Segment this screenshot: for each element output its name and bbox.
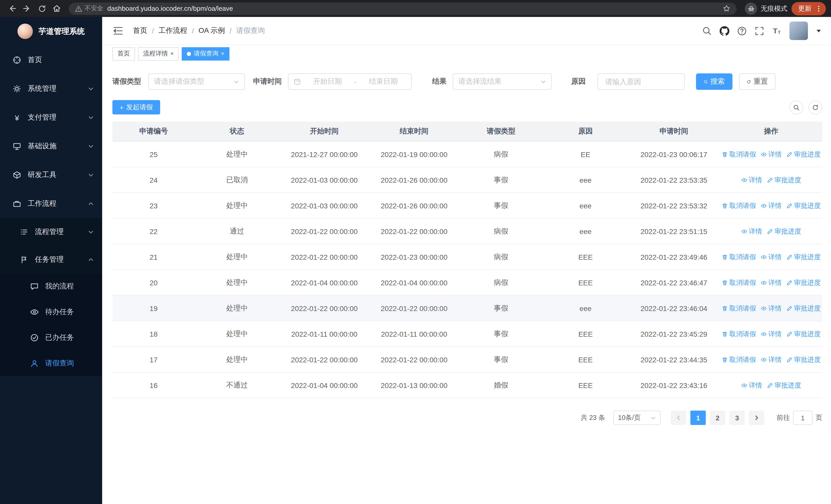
- next-page-button[interactable]: [749, 411, 764, 425]
- page-size-select[interactable]: 10条/页: [613, 411, 661, 425]
- table-cell: 19: [112, 304, 195, 312]
- cancel-leave-link[interactable]: 取消请假: [722, 278, 756, 287]
- home-button[interactable]: [50, 2, 64, 16]
- breadcrumb-item[interactable]: 工作流程: [159, 26, 188, 35]
- detail-link[interactable]: 详情: [761, 355, 782, 364]
- back-button[interactable]: [5, 2, 19, 16]
- tab-process-detail[interactable]: 流程详情 ×: [138, 47, 179, 60]
- detail-link[interactable]: 详情: [761, 252, 782, 262]
- sidebar-item-my-processes[interactable]: 我的流程: [0, 273, 102, 299]
- audit-progress-link[interactable]: 审批进度: [786, 304, 821, 313]
- detail-link[interactable]: 详情: [761, 329, 782, 338]
- audit-progress-link[interactable]: 审批进度: [786, 252, 821, 262]
- detail-link[interactable]: 详情: [761, 201, 782, 210]
- table-cell: 2022-01-04 00:00:00: [369, 278, 459, 287]
- collapse-sidebar-icon[interactable]: [112, 25, 124, 36]
- cancel-leave-link[interactable]: 取消请假: [722, 304, 756, 313]
- sidebar-item-payment[interactable]: ¥ 支付管理: [0, 103, 102, 132]
- url-bar[interactable]: 不安全 dashboard.yudao.iocoder.cn/bpm/oa/le…: [69, 2, 737, 14]
- page-number-button[interactable]: 1: [690, 411, 706, 425]
- breadcrumb-item[interactable]: 首页: [133, 26, 147, 35]
- sidebar-item-home[interactable]: 首页: [0, 46, 102, 75]
- user-avatar[interactable]: [790, 22, 808, 40]
- refresh-table-button[interactable]: [808, 100, 822, 114]
- row-actions: 取消请假详情审批进度: [720, 201, 822, 210]
- apply-time-range-picker[interactable]: 开始日期 - 结束日期: [288, 73, 412, 90]
- sidebar-item-system[interactable]: 系统管理: [0, 75, 102, 103]
- app-logo[interactable]: 芋道管理系统: [0, 17, 102, 46]
- prev-page-button[interactable]: [671, 411, 686, 425]
- sidebar-item-workflow[interactable]: 工作流程: [0, 189, 102, 218]
- reload-button[interactable]: [35, 2, 49, 16]
- audit-progress-link[interactable]: 审批进度: [786, 329, 821, 338]
- close-tab-icon[interactable]: ×: [170, 51, 174, 56]
- audit-progress-link[interactable]: 审批进度: [767, 227, 801, 236]
- tab-leave-query[interactable]: 请假查询 ×: [182, 47, 229, 60]
- cancel-leave-link[interactable]: 取消请假: [722, 252, 756, 262]
- audit-progress-link[interactable]: 审批进度: [786, 150, 821, 159]
- sidebar-item-todo-tasks[interactable]: 待办任务: [0, 299, 102, 325]
- create-leave-button[interactable]: + 发起请假: [112, 100, 160, 114]
- cancel-leave-link[interactable]: 取消请假: [722, 355, 756, 364]
- sidebar-item-dev-tools[interactable]: 研发工具: [0, 161, 102, 189]
- reason-input[interactable]: [604, 77, 678, 86]
- yen-icon: ¥: [12, 113, 22, 122]
- table-cell: 2022-01-23 00:00:00: [369, 253, 459, 261]
- sidebar-item-task-management[interactable]: 任务管理: [0, 246, 102, 273]
- app-title: 芋道管理系统: [38, 26, 85, 36]
- detail-link[interactable]: 详情: [761, 150, 782, 159]
- audit-progress-link[interactable]: 审批进度: [786, 201, 821, 210]
- font-size-icon[interactable]: TT: [772, 26, 782, 36]
- forward-arrow-icon: [23, 4, 31, 13]
- audit-progress-link[interactable]: 审批进度: [767, 381, 801, 390]
- detail-link[interactable]: 详情: [741, 227, 762, 236]
- forward-button[interactable]: [20, 2, 34, 16]
- sidebar-item-leave-query[interactable]: 请假查询: [0, 351, 102, 376]
- sidebar-item-label: 待办任务: [45, 307, 74, 317]
- user-menu-caret-icon[interactable]: [816, 30, 821, 32]
- table-cell: 20: [112, 278, 195, 287]
- goto-page-input[interactable]: [793, 411, 812, 425]
- table-cell: EEE: [543, 355, 628, 364]
- github-icon[interactable]: [720, 26, 729, 36]
- detail-link[interactable]: 详情: [761, 304, 782, 313]
- search-button[interactable]: 搜索: [696, 73, 733, 90]
- audit-progress-link[interactable]: 审批进度: [767, 175, 801, 184]
- sidebar-item-infrastructure[interactable]: 基础设施: [0, 132, 102, 161]
- sidebar-item-done-tasks[interactable]: 已办任务: [0, 325, 102, 351]
- cancel-leave-link[interactable]: 取消请假: [722, 150, 756, 159]
- browser-update-button[interactable]: 更新: [792, 2, 826, 15]
- chevron-down-icon: [88, 86, 94, 92]
- sidebar-item-process-management[interactable]: 流程管理: [0, 218, 102, 246]
- detail-link[interactable]: 详情: [741, 175, 762, 184]
- close-tab-icon[interactable]: ×: [221, 51, 224, 56]
- url-text[interactable]: dashboard.yudao.iocoder.cn/bpm/oa/leave: [107, 5, 719, 12]
- audit-progress-link[interactable]: 审批进度: [786, 278, 821, 287]
- tab-home[interactable]: 首页: [112, 47, 135, 60]
- bookmark-star-icon[interactable]: [723, 5, 730, 12]
- cancel-leave-link[interactable]: 取消请假: [722, 201, 756, 210]
- page-number-button[interactable]: 3: [729, 411, 745, 425]
- plus-icon: +: [120, 103, 123, 111]
- column-header: 请假类型: [459, 127, 543, 136]
- svg-text:T: T: [773, 27, 777, 35]
- help-icon[interactable]: [737, 26, 747, 36]
- page-number-button[interactable]: 2: [710, 411, 725, 425]
- detail-link[interactable]: 详情: [741, 381, 762, 390]
- audit-progress-link[interactable]: 审批进度: [786, 355, 821, 364]
- toggle-search-button[interactable]: [790, 100, 803, 114]
- action-label: 详情: [768, 201, 782, 210]
- kebab-menu-icon[interactable]: [815, 5, 822, 12]
- cancel-leave-link[interactable]: 取消请假: [722, 329, 756, 338]
- action-label: 审批进度: [794, 150, 821, 159]
- result-select[interactable]: 请选择流结果: [453, 73, 552, 90]
- detail-link[interactable]: 详情: [761, 278, 782, 287]
- breadcrumb-separator: /: [152, 27, 154, 35]
- breadcrumb-item[interactable]: OA 示例: [199, 26, 225, 35]
- reset-button[interactable]: 重置: [739, 73, 776, 90]
- search-icon[interactable]: [702, 26, 712, 36]
- security-indicator[interactable]: 不安全: [75, 4, 103, 13]
- leave-type-select[interactable]: 请选择请假类型: [148, 73, 245, 90]
- fullscreen-icon[interactable]: [754, 26, 764, 36]
- table-cell: eee: [543, 304, 628, 312]
